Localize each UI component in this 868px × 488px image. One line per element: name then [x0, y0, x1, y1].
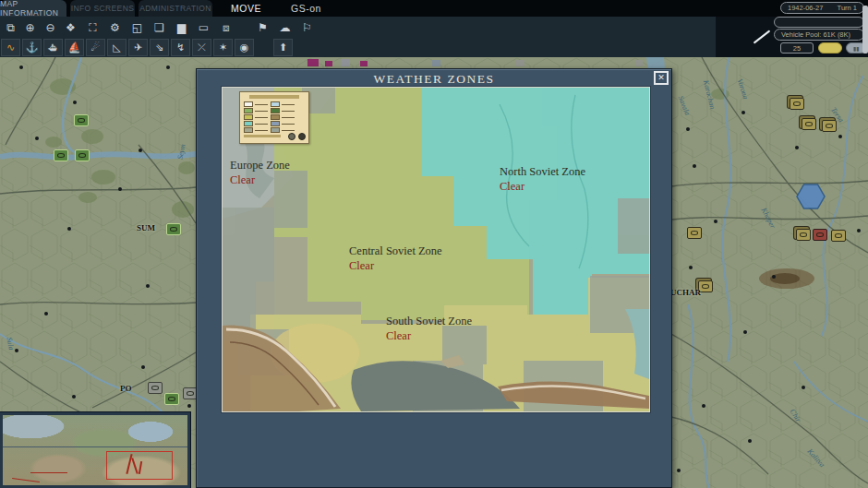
unit-dots-icon[interactable]: ❖ [61, 18, 80, 36]
weather-zone-map: Europe Zone Clear North Soviet Zone Clea… [222, 87, 650, 412]
unit-counter[interactable] [148, 382, 163, 394]
tab-label: MAP INFORMATION [0, 0, 66, 18]
ship-2-icon[interactable]: ⛴ [43, 39, 63, 56]
flag-icon[interactable]: ⚐ [297, 18, 317, 36]
tab-administration[interactable]: ADMINISTRATION [139, 0, 212, 17]
scrollbar-handle[interactable] [862, 6, 868, 54]
tab-map-information[interactable]: MAP INFORMATION [0, 0, 66, 17]
rectangle-icon[interactable]: ▭ [194, 18, 213, 36]
exit-flag-icon[interactable]: ⚑ [253, 18, 272, 36]
rail-route-icon[interactable]: ∿ [1, 39, 20, 56]
zone-label-central-soviet: Central Soviet Zone [349, 244, 442, 258]
zone-label-south-soviet: South Soviet Zone [386, 315, 472, 328]
map-key-note [244, 135, 281, 137]
menu-gs-toggle[interactable]: GS-on [291, 0, 321, 17]
city-block [307, 59, 319, 66]
weather-cloud-icon[interactable]: ☁ [275, 18, 295, 36]
menu-move[interactable]: MOVE [231, 0, 261, 17]
unit-counter[interactable] [687, 227, 702, 239]
key-button-2[interactable] [298, 133, 306, 140]
vehicle-pool-label: Vehicle Pool: 61K (8K) [781, 30, 850, 39]
info-pill-empty [774, 17, 864, 28]
city-block [515, 60, 524, 66]
air-transfer-icon[interactable]: ✈ [128, 39, 148, 56]
city-label-sumy: SUM [137, 223, 155, 232]
radar-icon[interactable]: ☄ [86, 39, 105, 56]
unit-stack[interactable] [802, 118, 816, 130]
key-button-1[interactable] [288, 133, 295, 140]
zone-status-north-soviet: Clear [500, 180, 524, 194]
zoom-in-icon[interactable]: ⊕ [20, 18, 40, 36]
minimap[interactable] [0, 412, 190, 488]
unit-stack[interactable] [790, 98, 804, 110]
bombard-icon[interactable]: ✶ [213, 39, 233, 56]
counter-value: 25 [793, 44, 801, 53]
city-block [432, 60, 440, 66]
map-key-title [249, 95, 299, 99]
next-phase-icon[interactable]: ◉ [235, 39, 254, 56]
city-block [325, 61, 332, 66]
map-key [239, 91, 309, 144]
counters-icon[interactable]: ❏ [150, 18, 169, 36]
front-line-mark [30, 472, 67, 473]
zoom-out-icon[interactable]: ⊖ [41, 18, 60, 36]
unit-counter[interactable] [54, 149, 68, 161]
upgrade-icon[interactable]: ⬆ [273, 39, 293, 56]
city-block [341, 59, 350, 66]
front-line-mark [12, 478, 40, 482]
ship-3-icon[interactable]: ⛵ [65, 39, 84, 56]
zone-status-europe: Clear [230, 173, 255, 187]
zone-label-europe: Europe Zone [230, 159, 290, 173]
air-recon-icon[interactable]: ↯ [171, 39, 190, 56]
toolbar: ⧉ ⊕ ⊖ ❖ ⛶ ⚙ ◱ ❏ ▆ ▭ ⧈ ⚑ ☁ ⚐ ∿ ⚓ ⛴ ⛵ ☄ ◺ … [0, 17, 868, 57]
unit-counter[interactable] [74, 114, 89, 126]
city-block [360, 61, 368, 66]
zone-label-north-soviet: North Soviet Zone [500, 165, 585, 179]
close-icon[interactable]: ✕ [654, 71, 669, 85]
select-area-icon[interactable]: ⛶ [83, 18, 102, 36]
ship-1-icon[interactable]: ⚓ [22, 39, 42, 56]
speed-button-yellow[interactable] [818, 42, 842, 54]
menu-bar: MAP INFORMATION INFO SCREENS ADMINISTRAT… [0, 0, 868, 17]
minimap-divider [3, 446, 187, 447]
zone-status-central-soviet: Clear [349, 259, 374, 273]
weather-zones-dialog: WEATHER ZONES ✕ [196, 68, 672, 488]
unit-counter[interactable] [831, 230, 846, 242]
unit-counter[interactable] [75, 149, 90, 161]
date-turn-display: 1942-06-27 Turn 1 [780, 2, 864, 14]
dialog-title: WEATHER ZONES [197, 72, 671, 87]
window-icon[interactable]: ⧉ [1, 18, 20, 36]
tab-label: INFO SCREENS [71, 4, 135, 13]
unit-counter[interactable] [166, 223, 181, 235]
move-shape-icon[interactable]: ◱ [127, 18, 147, 36]
counter-box[interactable]: 25 [780, 42, 814, 54]
vehicle-pool-display: Vehicle Pool: 61K (8K) [774, 29, 864, 41]
pause-icon: ▮▮ [853, 45, 860, 52]
unit-counter[interactable] [164, 393, 179, 405]
unit-stack[interactable] [822, 120, 837, 132]
zone-status-south-soviet: Clear [386, 329, 411, 343]
city-label-po: PO [120, 384, 132, 393]
game-screen: SUM BOGUCHAR PO Seym Sula Savala Karacha… [0, 0, 868, 488]
pencil-icon[interactable] [753, 30, 771, 43]
city-block [635, 60, 643, 66]
unit-counter-enemy[interactable] [813, 229, 827, 241]
settings-gear-icon[interactable]: ⚙ [105, 18, 125, 36]
factory-icon[interactable]: ▆ [172, 18, 191, 36]
tab-info-screens[interactable]: INFO SCREENS [70, 0, 135, 17]
selected-hex[interactable] [797, 184, 825, 208]
jump-map-icon[interactable]: ⧈ [216, 18, 235, 36]
turn-label: Turn 1 [838, 4, 857, 12]
tab-label: ADMINISTRATION [139, 4, 211, 13]
air-attack-icon[interactable]: ⤫ [192, 39, 211, 56]
unit-stack[interactable] [796, 229, 811, 241]
air-drop-icon[interactable]: ⇘ [150, 39, 169, 56]
date-label: 1942-06-27 [788, 4, 823, 12]
naval-transfer-icon[interactable]: ◺ [107, 39, 127, 56]
